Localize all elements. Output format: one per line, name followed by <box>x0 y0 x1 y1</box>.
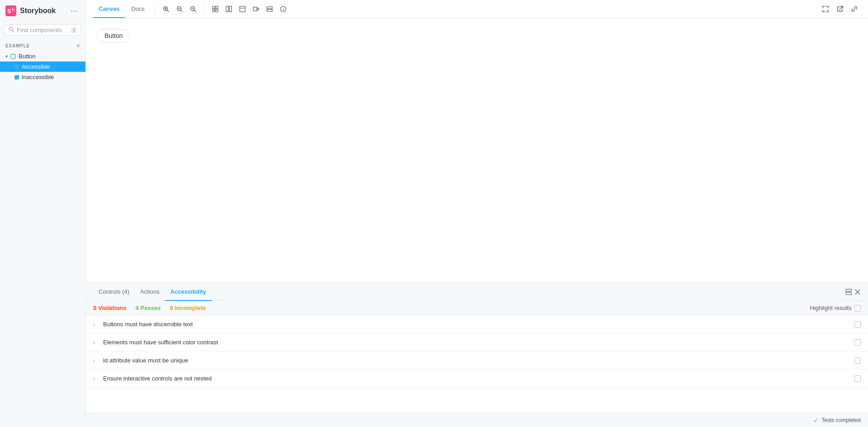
tab-actions[interactable]: Actions <box>135 283 165 301</box>
svg-line-28 <box>840 6 843 9</box>
single-view-button[interactable] <box>236 3 249 15</box>
open-external-button[interactable] <box>834 3 846 15</box>
incomplete-filter[interactable]: 0 Incomplete <box>170 305 206 311</box>
breakpoint-icon <box>253 6 259 12</box>
svg-rect-18 <box>226 6 228 12</box>
item-checkbox-3[interactable] <box>854 357 861 364</box>
sidebar-item-accessible-label: Accessible <box>22 63 50 70</box>
grid-view-button[interactable] <box>209 3 222 15</box>
incomplete-count: 0 <box>170 305 173 311</box>
sidebar: S Storybook ··· Find components / <box>0 0 86 427</box>
highlight-results-checkbox[interactable] <box>854 305 861 311</box>
single-view-icon <box>239 6 246 12</box>
close-section-button[interactable]: × <box>76 42 80 49</box>
accessibility-item-text-2: Elements must have sufficient color cont… <box>103 339 850 346</box>
breakpoint-button[interactable] <box>250 3 262 15</box>
accessibility-panel: 0 Violations 4 Passes 0 Incomplete Hig <box>86 301 868 427</box>
item-checkbox-2[interactable] <box>854 339 861 346</box>
list-item: › id attribute value must be unique <box>86 352 868 370</box>
violations-count: 0 <box>93 305 96 311</box>
incomplete-label: Incomplete <box>175 305 206 311</box>
list-item: › Elements must have sufficient color co… <box>86 333 868 352</box>
panel-split-button[interactable] <box>845 289 852 295</box>
preview-button[interactable]: Button <box>97 29 130 42</box>
svg-point-2 <box>9 28 13 31</box>
svg-rect-20 <box>240 6 245 12</box>
bottom-tabs: Controls (4) Actions Accessibility <box>86 283 868 301</box>
tab-docs[interactable]: Docs <box>126 0 150 18</box>
sidebar-item-button[interactable]: ▾ Button <box>0 51 85 61</box>
toolbar-divider-2 <box>204 5 204 14</box>
accessibility-item-text-1: Buttons must have discernible text <box>103 321 850 328</box>
open-external-icon <box>837 6 843 12</box>
svg-rect-29 <box>846 289 851 291</box>
fullscreen-icon <box>822 6 829 12</box>
grid-icon <box>212 6 218 12</box>
zoom-out-button[interactable] <box>173 3 186 15</box>
fullscreen-button[interactable] <box>819 3 832 15</box>
canvas-preview: Button <box>86 18 868 282</box>
list-item: › Ensure interactive controls are not ne… <box>86 370 868 388</box>
sidebar-header: S Storybook ··· <box>0 0 85 22</box>
item-checkbox-1[interactable] <box>854 321 861 328</box>
passes-filter[interactable]: 4 Passes <box>135 305 161 311</box>
accessibility-list: › Buttons must have discernible text › E… <box>86 315 868 413</box>
svg-line-10 <box>180 10 182 12</box>
sidebar-item-accessible[interactable]: Accessible <box>0 61 85 72</box>
check-mark-icon: ✓ <box>813 417 819 424</box>
tests-completed-label: Tests completed <box>821 417 861 423</box>
split-icon <box>845 289 852 295</box>
info-icon: i <box>280 6 286 12</box>
search-bar[interactable]: Find components / <box>5 24 81 36</box>
columns-view-button[interactable] <box>223 3 235 15</box>
tab-controls[interactable]: Controls (4) <box>93 283 135 301</box>
app-title: Storybook <box>20 7 56 15</box>
info-button[interactable]: i <box>277 3 289 15</box>
svg-rect-4 <box>11 54 15 59</box>
chevron-right-icon[interactable]: › <box>93 375 99 382</box>
link-icon <box>851 6 858 12</box>
panel-close-button[interactable] <box>854 289 861 295</box>
svg-text:S: S <box>7 8 11 14</box>
link-button[interactable] <box>848 3 861 15</box>
chevron-down-icon: ▾ <box>5 54 8 59</box>
tab-canvas[interactable]: Canvas <box>93 0 125 18</box>
storybook-logo-icon: S <box>5 5 16 16</box>
content-area: Canvas Docs <box>86 0 868 427</box>
chevron-right-icon[interactable]: › <box>93 357 99 364</box>
svg-rect-24 <box>267 7 272 9</box>
svg-line-6 <box>167 10 169 12</box>
highlight-results-label: Highlight results <box>810 305 852 311</box>
status-bar: ✓ Tests completed <box>86 413 868 427</box>
panel-controls <box>845 289 861 295</box>
right-toolbar <box>819 3 861 15</box>
zoom-reset-icon <box>190 6 196 12</box>
component-icon <box>10 54 16 59</box>
multi-view-button[interactable] <box>263 3 276 15</box>
zoom-reset-button[interactable] <box>187 3 199 15</box>
zoom-in-button[interactable] <box>160 3 172 15</box>
svg-rect-25 <box>267 9 272 11</box>
accessibility-item-text-4: Ensure interactive controls are not nest… <box>103 375 850 382</box>
sidebar-item-inaccessible[interactable]: Inaccessible <box>0 72 85 82</box>
story-icon-accessible <box>14 65 19 69</box>
svg-rect-30 <box>846 292 851 295</box>
violations-filter[interactable]: 0 Violations <box>93 305 126 311</box>
search-shortcut: / <box>71 27 77 33</box>
svg-rect-15 <box>216 6 218 9</box>
item-checkbox-4[interactable] <box>854 375 861 382</box>
columns-icon <box>226 6 232 12</box>
sidebar-item-button-label: Button <box>19 53 36 60</box>
svg-rect-14 <box>213 6 215 9</box>
more-button[interactable]: ··· <box>67 5 80 17</box>
tab-accessibility[interactable]: Accessibility <box>165 283 212 301</box>
accessibility-item-text-3: id attribute value must be unique <box>103 357 850 364</box>
chevron-right-icon[interactable]: › <box>93 339 99 346</box>
svg-text:i: i <box>283 8 284 12</box>
section-label-text: EXAMPLE <box>5 43 30 48</box>
svg-line-3 <box>12 30 14 32</box>
bottom-panel: Controls (4) Actions Accessibility <box>86 282 868 427</box>
passes-label: Passes <box>140 305 161 311</box>
chevron-right-icon[interactable]: › <box>93 321 99 328</box>
list-item: › Buttons must have discernible text <box>86 315 868 333</box>
